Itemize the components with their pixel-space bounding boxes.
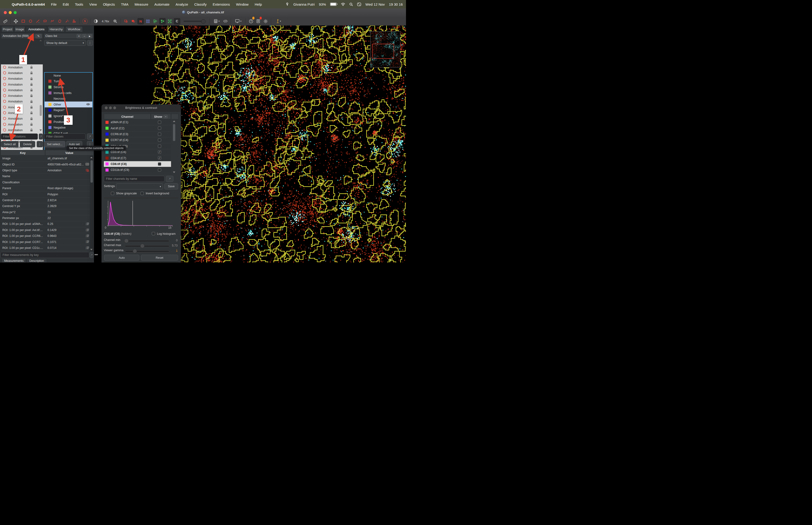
- table-row[interactable]: Object ID 49557086-eb05-45cd-a62...: [0, 162, 93, 167]
- table-row[interactable]: Area px^2 28: [0, 209, 93, 215]
- class-list-item[interactable]: Tumor: [45, 78, 92, 84]
- menu-analyze[interactable]: Analyze: [175, 2, 188, 6]
- expand-class-panel-button[interactable]: ▶: [88, 34, 92, 38]
- annotations-regex-toggle[interactable]: .*: [39, 134, 43, 139]
- invert-background-checkbox[interactable]: [140, 192, 144, 195]
- measurements-table[interactable]: Image all_channels.tif Object ID 4955708…: [0, 155, 93, 252]
- select-all-button[interactable]: Select all: [1, 141, 18, 147]
- spotlight-search-icon[interactable]: [349, 3, 353, 6]
- channel-color-swatch[interactable]: [106, 133, 109, 136]
- show-grayscale-checkbox[interactable]: [111, 192, 114, 195]
- channel-row[interactable]: CD4.tif (C7) ✓: [104, 155, 171, 161]
- class-list-item[interactable]: Negative: [45, 124, 92, 131]
- toggle-all-channels-button[interactable]: −: [164, 115, 168, 118]
- menu-automate[interactable]: Automate: [154, 2, 169, 6]
- class-display-mode-select[interactable]: Show by default ▾: [44, 40, 86, 46]
- class-list-item[interactable]: Other: [45, 102, 92, 107]
- channel-row[interactable]: CD11b.tif (C9): [104, 167, 171, 173]
- visibility-eye-icon[interactable]: [86, 120, 90, 123]
- class-list-item[interactable]: Stroma: [45, 84, 92, 90]
- annotation-list-item[interactable]: Annotation: [1, 127, 43, 133]
- settings-select[interactable]: ▾: [116, 183, 163, 190]
- brush-tool-icon[interactable]: [56, 18, 63, 25]
- table-row[interactable]: Parent Root object (Image): [0, 185, 93, 191]
- points-tool-icon[interactable]: [71, 18, 77, 25]
- rectangle-tool-icon[interactable]: [20, 18, 26, 25]
- annotation-list-item[interactable]: Annotation: [1, 76, 43, 81]
- table-row[interactable]: ROI: 1.00 px per pixel: aSMA... 0.25 123: [0, 221, 93, 227]
- viewer-gamma-thumb[interactable]: [133, 249, 137, 253]
- channel-column-header[interactable]: Channel: [104, 114, 151, 119]
- histogram-list-icon[interactable]: 123: [86, 240, 89, 243]
- log-viewer-button[interactable]: [255, 18, 261, 25]
- annotation-list-item[interactable]: Annotation: [1, 87, 43, 93]
- channel-list-scrollbar[interactable]: [171, 119, 179, 174]
- table-row[interactable]: Perimeter px 22: [0, 215, 93, 221]
- show-column-header[interactable]: Show −: [151, 114, 171, 119]
- channel-color-swatch[interactable]: [106, 121, 109, 124]
- menu-window[interactable]: Window: [236, 2, 249, 6]
- preferences-gear-icon[interactable]: [262, 18, 269, 25]
- class-list-item[interactable]: Immune cells: [45, 90, 92, 96]
- help-button[interactable]: ?: [248, 18, 254, 25]
- channel-row[interactable]: CCR7.tif (C4): [104, 137, 171, 143]
- channel-row[interactable]: CCR6.tif (C3): [104, 131, 171, 137]
- app-menu-name[interactable]: QuPath-0.6.0-arm64: [12, 2, 45, 6]
- menu-tools[interactable]: Tools: [75, 2, 83, 6]
- delete-button[interactable]: Delete: [20, 141, 35, 147]
- move-tool-icon[interactable]: [13, 18, 19, 25]
- channel-row[interactable]: aSMA.tif (C1): [104, 119, 171, 125]
- show-names-icon[interactable]: N: [137, 18, 144, 25]
- table-row[interactable]: ROI: 1.00 px per pixel: CCR7... 0.1071 1…: [0, 239, 93, 245]
- visibility-eye-icon[interactable]: [86, 91, 90, 94]
- channel-show-checkbox[interactable]: ✓: [158, 150, 161, 154]
- ellipse-tool-icon[interactable]: [27, 18, 34, 25]
- table-header-value[interactable]: Value: [45, 150, 93, 155]
- status-user[interactable]: Givanna Putri: [293, 2, 315, 6]
- class-list-item[interactable]: None: [45, 73, 92, 78]
- visibility-eye-icon[interactable]: [86, 80, 90, 82]
- fill-annotations-icon[interactable]: [130, 18, 137, 25]
- channel-row[interactable]: Axl.tif (C2): [104, 125, 171, 131]
- filter-measurements-input[interactable]: Filter measurements by key: [0, 252, 89, 258]
- status-time[interactable]: 19 30 16: [389, 2, 403, 6]
- menu-classify[interactable]: Classify: [194, 2, 207, 6]
- wand-tool-icon[interactable]: [64, 18, 70, 25]
- auto-button[interactable]: Auto: [104, 255, 139, 260]
- channel-color-swatch[interactable]: [106, 139, 109, 142]
- viewer-gamma-slider[interactable]: [125, 251, 169, 252]
- menu-objects[interactable]: Objects: [103, 2, 115, 6]
- channel-max-thumb[interactable]: [140, 244, 144, 248]
- filter-channels-input[interactable]: Filter channels by name: [104, 176, 165, 182]
- object-id-icon[interactable]: [85, 163, 89, 166]
- visibility-eye-icon[interactable]: [86, 115, 90, 117]
- zoom-to-fit-icon[interactable]: [112, 18, 119, 25]
- annotation-more-button[interactable]: ⋮: [37, 141, 43, 147]
- measure-ruler-icon[interactable]: [2, 18, 8, 25]
- tab-hierarchy[interactable]: Hierarchy: [48, 26, 65, 32]
- channel-color-swatch[interactable]: [106, 162, 109, 165]
- table-row[interactable]: ROI Polygon: [0, 191, 93, 197]
- measurement-table-button[interactable]: ▾: [212, 18, 221, 25]
- opacity-slider-thumb[interactable]: [201, 19, 205, 24]
- channel-min-thumb[interactable]: [124, 239, 128, 243]
- zoom-level-value[interactable]: 4.76x: [102, 19, 109, 23]
- battery-icon[interactable]: [330, 3, 337, 6]
- channel-color-swatch[interactable]: [106, 127, 109, 130]
- channel-show-checkbox[interactable]: [158, 126, 161, 130]
- edit-annotation-names-button[interactable]: ✎: [35, 34, 42, 38]
- line-tool-icon[interactable]: [34, 18, 41, 25]
- visibility-eye-icon[interactable]: [86, 86, 90, 88]
- fill-detections-icon[interactable]: [159, 18, 166, 25]
- annotation-list-item[interactable]: Annotation: [1, 70, 43, 76]
- table-row[interactable]: ROI: 1.00 px per pixel: CCR6... 0.9643 1…: [0, 233, 93, 239]
- channel-show-checkbox[interactable]: [158, 145, 161, 148]
- microscope-control-button[interactable]: ▾: [273, 18, 284, 25]
- measurements-regex-toggle[interactable]: .*: [90, 252, 93, 258]
- channel-show-checkbox[interactable]: [158, 121, 161, 124]
- overview-minimap[interactable]: [370, 31, 400, 68]
- channel-color-swatch[interactable]: [106, 156, 109, 160]
- tab-workflow[interactable]: Workflow: [65, 26, 83, 32]
- histogram-list-icon[interactable]: 123: [86, 228, 89, 231]
- tab-project[interactable]: Project: [1, 26, 14, 32]
